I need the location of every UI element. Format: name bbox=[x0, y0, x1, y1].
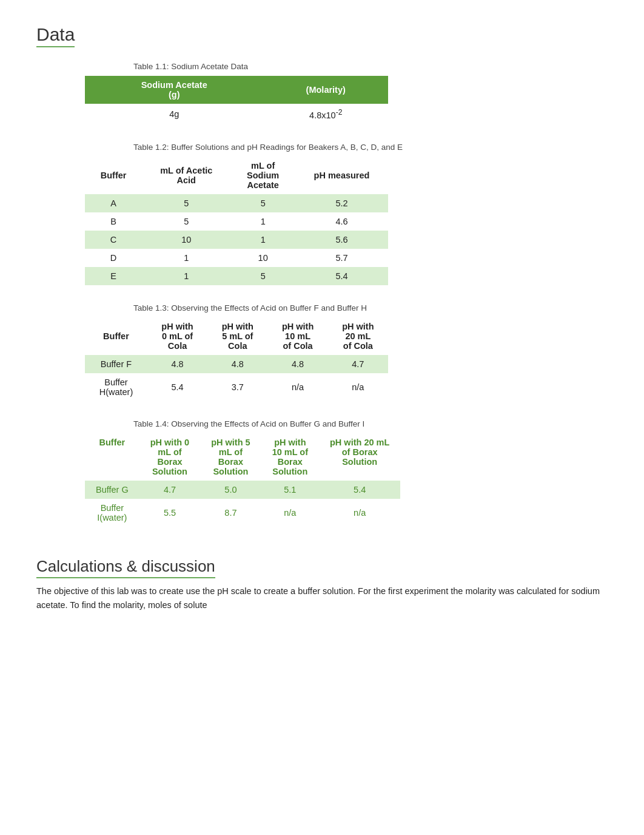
t2r2c2: 5 bbox=[142, 212, 230, 231]
t2r3c1: C bbox=[85, 231, 142, 249]
table4-h1: Buffer bbox=[85, 433, 139, 481]
table3-h1: Buffer bbox=[85, 317, 147, 355]
t4r2c2: 5.5 bbox=[139, 499, 200, 527]
t4r1c4: 5.1 bbox=[261, 481, 319, 499]
t3r2c2: 5.4 bbox=[147, 373, 207, 401]
t2r5c2: 1 bbox=[142, 267, 230, 285]
table3-wrapper: Table 1.3: Observing the Effects of Acid… bbox=[85, 303, 608, 401]
t2r1c1: A bbox=[85, 194, 142, 212]
section-title: Data bbox=[36, 24, 75, 47]
table-row: A 5 5 5.2 bbox=[85, 194, 388, 212]
table1-header-col2: (Molarity) bbox=[263, 76, 388, 104]
t3r1c1: Buffer F bbox=[85, 355, 147, 373]
table4-h2: pH with 0mL ofBoraxSolution bbox=[139, 433, 200, 481]
table2-h2: mL of AceticAcid bbox=[142, 157, 230, 194]
table3-h4: pH with10 mLof Cola bbox=[267, 317, 327, 355]
t2r2c4: 4.6 bbox=[295, 212, 388, 231]
calc-title: Calculations & discussion bbox=[36, 557, 215, 578]
table2-wrapper: Table 1.2: Buffer Solutions and pH Readi… bbox=[85, 143, 608, 285]
t2r3c4: 5.6 bbox=[295, 231, 388, 249]
table1-wrapper: Table 1.1: Sodium Acetate Data Sodium Ac… bbox=[85, 62, 608, 124]
table1: Sodium Acetate(g) (Molarity) 4g 4.8x10-2 bbox=[85, 76, 388, 124]
table3: Buffer pH with0 mL ofCola pH with5 mL of… bbox=[85, 317, 388, 401]
table4-h3: pH with 5mL ofBoraxSolution bbox=[200, 433, 261, 481]
table-row: C 10 1 5.6 bbox=[85, 231, 388, 249]
table-row: Buffer F 4.8 4.8 4.8 4.7 bbox=[85, 355, 388, 373]
table3-h2: pH with0 mL ofCola bbox=[147, 317, 207, 355]
t2r4c3: 10 bbox=[230, 249, 295, 267]
table2-caption: Table 1.2: Buffer Solutions and pH Readi… bbox=[133, 143, 608, 152]
table1-cell-molarity: 4.8x10-2 bbox=[263, 104, 388, 124]
t2r3c2: 10 bbox=[142, 231, 230, 249]
table4: Buffer pH with 0mL ofBoraxSolution pH wi… bbox=[85, 433, 400, 527]
table1-cell-amount: 4g bbox=[85, 104, 263, 124]
table2-h1: Buffer bbox=[85, 157, 142, 194]
calc-section: Calculations & discussion The objective … bbox=[36, 557, 608, 612]
t4r1c1: Buffer G bbox=[85, 481, 139, 499]
t3r2c3: 3.7 bbox=[207, 373, 267, 401]
table2-h3: mL ofSodiumAcetate bbox=[230, 157, 295, 194]
t3r2c1: BufferH(water) bbox=[85, 373, 147, 401]
table4-wrapper: Table 1.4: Observing the Effects of Acid… bbox=[85, 419, 608, 527]
t2r2c1: B bbox=[85, 212, 142, 231]
t3r1c2: 4.8 bbox=[147, 355, 207, 373]
t2r4c2: 1 bbox=[142, 249, 230, 267]
table3-h5: pH with20 mLof Cola bbox=[328, 317, 388, 355]
table-row: D 1 10 5.7 bbox=[85, 249, 388, 267]
table-row: BufferH(water) 5.4 3.7 n/a n/a bbox=[85, 373, 388, 401]
t4r2c1: BufferI(water) bbox=[85, 499, 139, 527]
t3r2c4: n/a bbox=[267, 373, 327, 401]
t4r2c3: 8.7 bbox=[200, 499, 261, 527]
t4r1c5: 5.4 bbox=[319, 481, 400, 499]
table4-h5: pH with 20 mLof BoraxSolution bbox=[319, 433, 400, 481]
t2r5c1: E bbox=[85, 267, 142, 285]
table-row: Buffer G 4.7 5.0 5.1 5.4 bbox=[85, 481, 400, 499]
t3r1c5: 4.7 bbox=[328, 355, 388, 373]
t2r3c3: 1 bbox=[230, 231, 295, 249]
calc-text: The objective of this lab was to create … bbox=[36, 584, 608, 612]
table-row: B 5 1 4.6 bbox=[85, 212, 388, 231]
table3-caption: Table 1.3: Observing the Effects of Acid… bbox=[133, 303, 608, 313]
t2r4c1: D bbox=[85, 249, 142, 267]
table2-h4: pH measured bbox=[295, 157, 388, 194]
t2r4c4: 5.7 bbox=[295, 249, 388, 267]
table-row: 4g 4.8x10-2 bbox=[85, 104, 388, 124]
t4r1c2: 4.7 bbox=[139, 481, 200, 499]
table2: Buffer mL of AceticAcid mL ofSodiumAceta… bbox=[85, 157, 388, 285]
t2r5c4: 5.4 bbox=[295, 267, 388, 285]
table4-h4: pH with10 mL ofBoraxSolution bbox=[261, 433, 319, 481]
t4r2c4: n/a bbox=[261, 499, 319, 527]
t4r2c5: n/a bbox=[319, 499, 400, 527]
table3-h3: pH with5 mL ofCola bbox=[207, 317, 267, 355]
t3r1c3: 4.8 bbox=[207, 355, 267, 373]
t2r2c3: 1 bbox=[230, 212, 295, 231]
table4-caption: Table 1.4: Observing the Effects of Acid… bbox=[133, 419, 608, 428]
t3r1c4: 4.8 bbox=[267, 355, 327, 373]
table-row: BufferI(water) 5.5 8.7 n/a n/a bbox=[85, 499, 400, 527]
t4r1c3: 5.0 bbox=[200, 481, 261, 499]
table1-caption: Table 1.1: Sodium Acetate Data bbox=[133, 62, 608, 71]
t2r5c3: 5 bbox=[230, 267, 295, 285]
table-row: E 1 5 5.4 bbox=[85, 267, 388, 285]
t3r2c5: n/a bbox=[328, 373, 388, 401]
t2r1c3: 5 bbox=[230, 194, 295, 212]
table1-header-col1: Sodium Acetate(g) bbox=[85, 76, 263, 104]
t2r1c4: 5.2 bbox=[295, 194, 388, 212]
t2r1c2: 5 bbox=[142, 194, 230, 212]
